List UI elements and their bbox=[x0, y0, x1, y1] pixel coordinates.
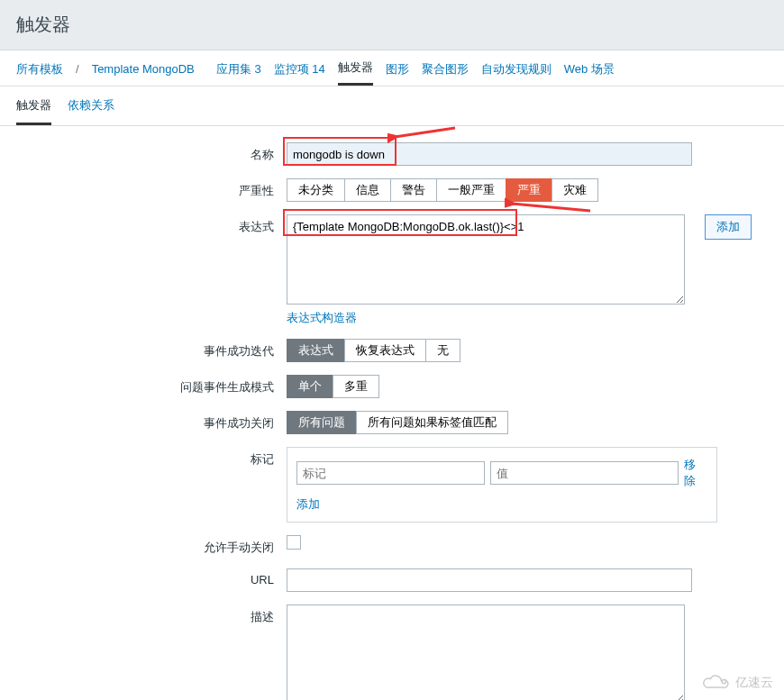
breadcrumb-separator: / bbox=[76, 62, 79, 83]
expression-input[interactable] bbox=[287, 214, 685, 305]
problem-mode-multiple[interactable]: 多重 bbox=[333, 375, 379, 398]
severity-group: 未分类 信息 警告 一般严重 严重 灾难 bbox=[287, 178, 598, 202]
breadcrumb-nav: 所有模板 / Template MongoDB 应用集 3 监控项 14 触发器… bbox=[0, 50, 784, 86]
severity-disaster[interactable]: 灾难 bbox=[552, 178, 598, 202]
nav-items[interactable]: 监控项 14 bbox=[274, 61, 325, 85]
name-input[interactable] bbox=[287, 142, 692, 166]
severity-high[interactable]: 严重 bbox=[506, 178, 552, 202]
tab-trigger[interactable]: 触发器 bbox=[16, 97, 51, 125]
problem-mode-single[interactable]: 单个 bbox=[287, 375, 333, 398]
ok-close-label: 事件成功关闭 bbox=[16, 411, 287, 432]
expression-builder-link[interactable]: 表达式构造器 bbox=[287, 310, 685, 326]
severity-average[interactable]: 一般严重 bbox=[436, 178, 506, 202]
ok-iter-none[interactable]: 无 bbox=[425, 339, 460, 362]
nav-triggers[interactable]: 触发器 bbox=[338, 59, 373, 86]
svg-point-4 bbox=[722, 679, 725, 683]
ok-close-tag-match[interactable]: 所有问题如果标签值匹配 bbox=[356, 411, 508, 434]
tag-add-link[interactable]: 添加 bbox=[296, 497, 320, 511]
url-input[interactable] bbox=[287, 568, 692, 592]
problem-mode-group: 单个 多重 bbox=[287, 375, 379, 398]
ok-close-group: 所有问题 所有问题如果标签值匹配 bbox=[287, 411, 508, 434]
severity-warning[interactable]: 警告 bbox=[390, 178, 437, 202]
ok-iter-recovery[interactable]: 恢复表达式 bbox=[344, 339, 426, 362]
tag-name-input[interactable] bbox=[296, 461, 485, 485]
breadcrumb-all-templates[interactable]: 所有模板 bbox=[16, 61, 63, 85]
description-input[interactable] bbox=[287, 605, 685, 700]
nav-apps[interactable]: 应用集 3 bbox=[216, 61, 261, 85]
tab-dependencies[interactable]: 依赖关系 bbox=[68, 97, 114, 125]
tags-label: 标记 bbox=[16, 447, 287, 468]
ok-iter-expression[interactable]: 表达式 bbox=[287, 339, 345, 362]
expression-add-button[interactable]: 添加 bbox=[705, 214, 752, 240]
sub-tabs: 触发器 依赖关系 bbox=[0, 86, 784, 126]
nav-aggregate[interactable]: 聚合图形 bbox=[422, 61, 469, 85]
cloud-icon bbox=[699, 673, 732, 693]
manual-close-label: 允许手动关闭 bbox=[16, 535, 287, 556]
tags-container: 移除 添加 bbox=[287, 447, 717, 523]
ok-close-all[interactable]: 所有问题 bbox=[287, 411, 357, 434]
nav-graphs[interactable]: 图形 bbox=[386, 61, 409, 85]
severity-label: 严重性 bbox=[16, 178, 287, 199]
svg-line-1 bbox=[395, 128, 455, 137]
severity-not-classified[interactable]: 未分类 bbox=[287, 178, 345, 202]
name-label: 名称 bbox=[16, 142, 287, 163]
nav-discovery[interactable]: 自动发现规则 bbox=[481, 61, 552, 85]
svg-line-3 bbox=[512, 204, 590, 211]
breadcrumb-template[interactable]: Template MongoDB bbox=[92, 62, 195, 83]
ok-iteration-label: 事件成功迭代 bbox=[16, 339, 287, 359]
ok-iteration-group: 表达式 恢复表达式 无 bbox=[287, 339, 460, 362]
nav-web[interactable]: Web 场景 bbox=[564, 61, 615, 85]
trigger-form: 名称 严重性 未分类 信息 警告 一般严重 严重 灾难 表达式 表达式构造器 添 bbox=[0, 126, 784, 700]
page-header: 触发器 bbox=[0, 0, 784, 50]
manual-close-checkbox[interactable] bbox=[287, 535, 301, 550]
expression-label: 表达式 bbox=[16, 214, 287, 235]
description-label: 描述 bbox=[16, 605, 287, 625]
page-title: 触发器 bbox=[16, 13, 768, 37]
url-label: URL bbox=[16, 568, 287, 586]
severity-info[interactable]: 信息 bbox=[344, 178, 391, 202]
tag-remove-link[interactable]: 移除 bbox=[684, 457, 707, 489]
problem-mode-label: 问题事件生成模式 bbox=[16, 375, 287, 395]
tag-value-input[interactable] bbox=[490, 461, 679, 485]
watermark: 亿速云 bbox=[699, 673, 773, 693]
